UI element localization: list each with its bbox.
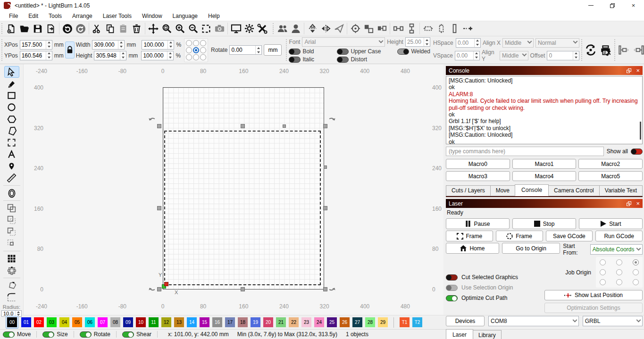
color-swatch-12[interactable]: 12: [161, 317, 171, 327]
fillet-radius-tool[interactable]: [4, 291, 19, 303]
select-tool[interactable]: [4, 66, 19, 78]
position-laser-tool[interactable]: [4, 160, 19, 172]
menu-arrange[interactable]: Arrange: [67, 11, 98, 21]
home-button[interactable]: Home: [446, 243, 499, 254]
color-swatch-29[interactable]: 29: [378, 317, 388, 327]
menu-file[interactable]: File: [4, 11, 23, 21]
job-origin-radio[interactable]: [616, 259, 622, 265]
same-height-icon[interactable]: [435, 23, 448, 35]
job-origin-radio[interactable]: [616, 269, 622, 275]
units-mm-button[interactable]: mm: [264, 44, 282, 56]
anchor-dot[interactable]: [186, 40, 192, 46]
color-swatch-27[interactable]: 27: [352, 317, 362, 327]
goto-origin-button[interactable]: Go to Origin: [502, 243, 560, 254]
xpos-input[interactable]: [20, 41, 46, 49]
font-height-input[interactable]: [406, 38, 424, 46]
ellipse-tool[interactable]: [4, 101, 19, 113]
font-height-spinner[interactable]: [424, 38, 430, 46]
zoom-out-icon[interactable]: [186, 23, 200, 35]
color-swatch-16[interactable]: 16: [212, 317, 222, 327]
boolean-union-tool[interactable]: [4, 202, 19, 214]
bold-toggle[interactable]: [289, 49, 301, 55]
color-swatch-02[interactable]: 02: [34, 317, 44, 327]
selection-handle[interactable]: [323, 287, 327, 291]
save-gcode-button[interactable]: Save GCode: [546, 231, 593, 241]
laser-panel-header[interactable]: Laser ×: [446, 199, 643, 208]
color-swatch-15[interactable]: 15: [200, 317, 209, 327]
rotate-spinner[interactable]: [255, 46, 261, 54]
use-selection-origin-toggle[interactable]: [446, 285, 458, 291]
status-toggle-move[interactable]: [3, 331, 15, 338]
distribute-horizontal-icon[interactable]: [392, 23, 405, 35]
selection-handle[interactable]: [157, 287, 161, 291]
minimize-button[interactable]: [580, 0, 602, 11]
color-swatch-13[interactable]: 13: [174, 317, 184, 327]
ypos-spinner[interactable]: [46, 51, 52, 60]
preview-icon[interactable]: [229, 23, 243, 35]
align-objects-icon[interactable]: [362, 23, 375, 35]
job-origin-radio[interactable]: [616, 279, 622, 285]
origin-anchor-selector[interactable]: [184, 38, 208, 62]
console-log[interactable]: [MSG:Caution: Unlocked]okALARM:8Homing f…: [446, 76, 643, 144]
color-swatch-21[interactable]: 21: [276, 317, 286, 327]
camera-capture-icon[interactable]: [213, 23, 226, 35]
optimize-cut-path-toggle[interactable]: [446, 295, 458, 301]
color-swatch-22[interactable]: 22: [289, 317, 299, 327]
macro-button-macro2[interactable]: Macro2: [578, 159, 643, 169]
job-origin-radio[interactable]: [600, 259, 606, 265]
grid-array-tool[interactable]: [4, 253, 19, 265]
firmware-combo[interactable]: GRBL: [583, 316, 643, 326]
color-swatch-01[interactable]: 01: [21, 317, 31, 327]
job-origin-radio[interactable]: [600, 269, 606, 275]
push-left-icon[interactable]: [617, 44, 630, 56]
boolean-subtract-tool[interactable]: [4, 214, 19, 226]
show-all-toggle[interactable]: [631, 149, 643, 155]
macro-button-macro3[interactable]: Macro3: [446, 171, 510, 181]
restore-button[interactable]: [602, 0, 623, 11]
delete-icon[interactable]: [130, 23, 143, 35]
close-button[interactable]: ×: [623, 0, 644, 11]
device-settings-icon[interactable]: [256, 23, 269, 35]
offset-spinner[interactable]: [573, 51, 579, 60]
color-swatch-19[interactable]: 19: [251, 317, 260, 327]
edit-nodes-tool[interactable]: [4, 137, 19, 149]
import-icon[interactable]: [44, 23, 58, 35]
new-file-icon[interactable]: [5, 23, 18, 35]
distribute-vertical-icon[interactable]: [405, 23, 418, 35]
color-swatch-06[interactable]: 06: [85, 317, 95, 327]
macro-button-macro5[interactable]: Macro5: [578, 171, 643, 181]
paste-icon[interactable]: [117, 23, 130, 35]
color-swatch-11[interactable]: 11: [149, 317, 159, 327]
stop-button[interactable]: Stop: [512, 218, 576, 229]
selection-handle[interactable]: [283, 124, 286, 128]
frame-selection-icon[interactable]: [200, 23, 213, 35]
macro-button-macro4[interactable]: Macro4: [512, 171, 577, 181]
width-input[interactable]: [92, 41, 118, 49]
save-icon[interactable]: [31, 23, 44, 35]
anchor-dot[interactable]: [200, 54, 206, 60]
optimization-settings-button[interactable]: Optimization Settings: [544, 303, 643, 313]
close-panel-icon[interactable]: ×: [636, 68, 640, 73]
macro-button-macro0[interactable]: Macro0: [446, 159, 510, 169]
color-swatch-00[interactable]: 00: [7, 317, 17, 327]
selection-handle[interactable]: [324, 165, 327, 169]
tab-move[interactable]: Move: [490, 185, 515, 196]
two-point-rotate-icon[interactable]: [461, 23, 474, 35]
measure-tool[interactable]: [4, 172, 19, 184]
selection-handle[interactable]: [241, 124, 245, 128]
selection-handle[interactable]: [241, 287, 245, 291]
rectangle-tool[interactable]: [4, 90, 19, 101]
show-last-position-button[interactable]: Show Last Position: [544, 290, 643, 300]
aspect-lock-button[interactable]: [65, 41, 75, 58]
color-swatch-t1[interactable]: T1: [400, 317, 410, 327]
menu-laser-tools[interactable]: Laser Tools: [98, 11, 137, 21]
aligny-combo[interactable]: Middle: [500, 51, 528, 60]
frame-circle-button[interactable]: Frame: [496, 231, 543, 241]
menu-tools[interactable]: Tools: [43, 11, 67, 21]
menu-help[interactable]: Help: [203, 11, 225, 21]
font-combo[interactable]: Arial: [302, 37, 385, 47]
tab-camera-control[interactable]: Camera Control: [548, 185, 600, 196]
anchor-dot[interactable]: [193, 54, 199, 60]
distort-toggle[interactable]: [337, 57, 349, 63]
float-panel-icon[interactable]: [627, 68, 631, 73]
